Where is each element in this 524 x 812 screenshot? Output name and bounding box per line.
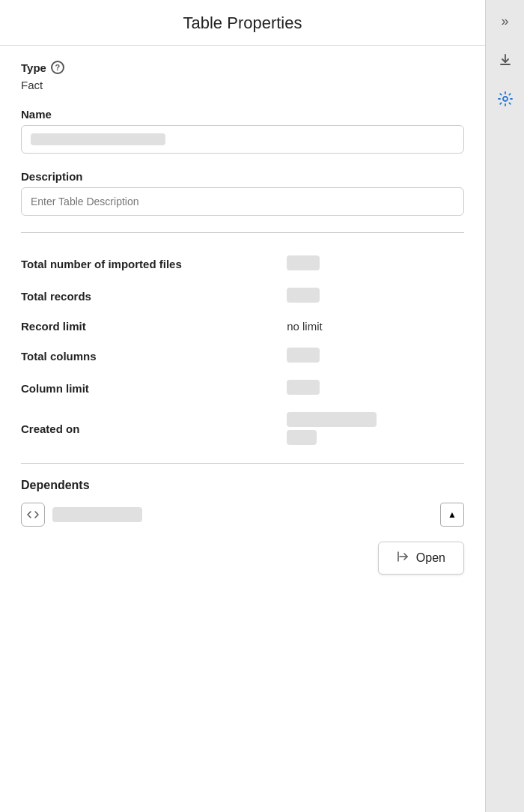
skeleton-total-columns: [287, 348, 320, 363]
stats-table: Total number of imported files Total rec…: [21, 248, 464, 452]
stat-value-imported-files: [287, 248, 464, 280]
svg-point-0: [503, 97, 508, 101]
right-sidebar: »: [485, 0, 524, 812]
content-area: Type ? Fact Name Description Total numbe…: [0, 46, 485, 812]
description-label: Description: [21, 170, 464, 183]
dependents-row: ▲: [21, 503, 464, 527]
dependent-item-skeleton: [52, 507, 142, 522]
skeleton-total-records: [287, 288, 320, 303]
name-label: Name: [21, 108, 464, 121]
dependents-label: Dependents: [21, 479, 464, 492]
download-icon[interactable]: [492, 46, 519, 73]
open-icon: [397, 550, 410, 566]
table-row: Column limit: [21, 372, 464, 405]
skeleton-created-on-time: [287, 430, 317, 445]
stat-value-total-columns: [287, 340, 464, 372]
code-icon: [21, 503, 45, 527]
main-panel: Table Properties Type ? Fact Name Descri…: [0, 0, 485, 812]
header: Table Properties: [0, 0, 485, 46]
stat-value-column-limit: [287, 372, 464, 405]
table-row: Total columns: [21, 340, 464, 372]
divider-2: [21, 463, 464, 464]
stat-value-total-records: [287, 280, 464, 312]
stat-label-created-on: Created on: [21, 405, 287, 452]
name-skeleton: [31, 133, 165, 145]
table-row: Total records: [21, 280, 464, 312]
chevron-right-icon[interactable]: »: [492, 7, 519, 34]
dependents-left: [21, 503, 142, 527]
name-field-group: Name: [21, 108, 464, 154]
table-row: Created on: [21, 405, 464, 452]
created-on-value: [287, 412, 464, 445]
type-value: Fact: [21, 79, 464, 91]
stat-value-record-limit: no limit: [287, 312, 464, 340]
description-input[interactable]: [21, 187, 464, 216]
skeleton-created-on-date: [287, 412, 377, 427]
stat-value-created-on: [287, 405, 464, 452]
stat-label-imported-files: Total number of imported files: [21, 248, 287, 280]
table-row: Record limit no limit: [21, 312, 464, 340]
skeleton-column-limit: [287, 380, 320, 395]
open-button-label: Open: [416, 551, 445, 565]
stat-label-total-records: Total records: [21, 280, 287, 312]
expand-button[interactable]: ▲: [440, 503, 464, 527]
dependents-section: Dependents ▲: [21, 479, 464, 527]
open-button[interactable]: Open: [378, 542, 464, 575]
name-input-wrapper: [21, 125, 464, 154]
stat-label-record-limit: Record limit: [21, 312, 287, 340]
stat-label-total-columns: Total columns: [21, 340, 287, 372]
table-row: Total number of imported files: [21, 248, 464, 280]
skeleton-imported-files: [287, 255, 320, 270]
description-field-group: Description: [21, 170, 464, 216]
divider-1: [21, 232, 464, 233]
page-title: Table Properties: [183, 13, 302, 32]
type-help-icon[interactable]: ?: [51, 61, 64, 74]
open-btn-container: Open: [21, 542, 464, 590]
type-field-group: Type ? Fact: [21, 61, 464, 91]
type-label: Type ?: [21, 61, 464, 74]
stat-label-column-limit: Column limit: [21, 372, 287, 405]
gear-icon[interactable]: [492, 85, 519, 112]
